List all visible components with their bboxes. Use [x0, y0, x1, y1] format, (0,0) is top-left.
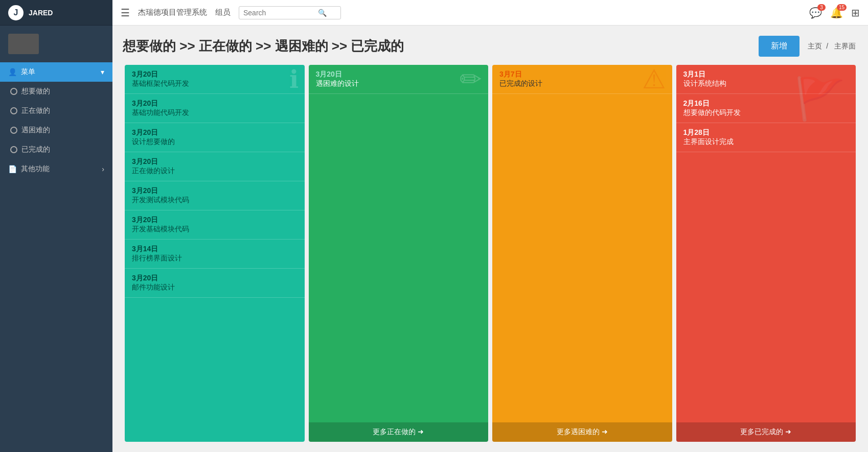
- card-date-cyan-1: 3月20日: [132, 99, 298, 108]
- search-input[interactable]: [243, 9, 315, 17]
- main-area: ☰ 杰瑞德项目管理系统 组员 🔍 💬 3 🔔 15 ⊞ 想要做的 >> 正在做的…: [112, 0, 868, 452]
- page-title: 想要做的 >> 正在做的 >> 遇困难的 >> 已完成的: [123, 37, 404, 55]
- card-title-cyan-1: 基础功能代码开发: [132, 108, 298, 117]
- sidebar: J JARED 👤 菜单 ▾ 想要做的正在做的遇困难的已完成的 📄 其他功能 ›: [0, 0, 112, 452]
- card-date-yellow-0: 3月7日: [499, 70, 665, 79]
- card-cyan-7[interactable]: 3月20日邮件功能设计: [125, 269, 305, 298]
- card-bg-icon-cyan-0: ℹ: [289, 65, 299, 93]
- content-area: 想要做的 >> 正在做的 >> 遇困难的 >> 已完成的 新增 主页 / 主界面…: [112, 26, 868, 452]
- card-date-red-2: 1月28日: [683, 128, 849, 137]
- alerts-badge: 15: [837, 4, 847, 11]
- card-date-red-1: 2月16日: [683, 99, 849, 108]
- sidebar-logo: J: [8, 5, 24, 20]
- alerts-button[interactable]: 🔔 15: [830, 7, 843, 19]
- file-icon: 📄: [8, 165, 17, 173]
- sidebar-item-0[interactable]: 想要做的: [0, 82, 112, 101]
- search-icon: 🔍: [318, 9, 327, 17]
- card-title-cyan-2: 设计想要做的: [132, 137, 298, 147]
- card-date-cyan-3: 3月20日: [132, 157, 298, 166]
- sidebar-item-label-2: 遇困难的: [21, 126, 50, 135]
- page-header-right: 新增 主页 / 主界面: [759, 36, 858, 57]
- sidebar-menu-toggle[interactable]: 👤 菜单 ▾: [0, 62, 112, 82]
- card-date-cyan-5: 3月20日: [132, 216, 298, 225]
- sidebar-dot-0: [10, 88, 17, 95]
- search-box: 🔍: [239, 6, 341, 19]
- kanban-column-red: 3月1日设计系统结构2月16日想要做的代码开发1月28日主界面设计完成🚩更多已完…: [676, 65, 856, 442]
- card-bg-icon-yellow-0: ⚠: [642, 65, 666, 94]
- card-date-green-0: 3月20日: [316, 70, 482, 79]
- card-cyan-6[interactable]: 3月14日排行榜界面设计: [125, 240, 305, 269]
- page-header: 想要做的 >> 正在做的 >> 遇困难的 >> 已完成的 新增 主页 / 主界面: [123, 36, 858, 57]
- topbar: ☰ 杰瑞德项目管理系统 组员 🔍 💬 3 🔔 15 ⊞: [112, 0, 868, 26]
- card-cyan-5[interactable]: 3月20日开发基础模块代码: [125, 210, 305, 240]
- chevron-down-icon: ▾: [101, 68, 104, 76]
- sidebar-avatar: [8, 34, 39, 54]
- card-cyan-0[interactable]: 3月20日基础框架代码开发ℹ: [125, 65, 305, 94]
- card-yellow-0[interactable]: 3月7日已完成的设计⚠: [492, 65, 672, 94]
- sidebar-item-1[interactable]: 正在做的: [0, 101, 112, 121]
- sidebar-header: J JARED: [0, 0, 112, 26]
- card-date-cyan-7: 3月20日: [132, 274, 298, 283]
- card-title-yellow-0: 已完成的设计: [499, 79, 665, 88]
- kanban-column-green: 3月20日遇困难的设计✏更多正在做的 ➜: [309, 65, 489, 442]
- card-title-cyan-0: 基础框架代码开发: [132, 79, 298, 88]
- card-bg-icon-green-0: ✏: [460, 65, 482, 94]
- card-cyan-4[interactable]: 3月20日开发测试模块代码: [125, 181, 305, 210]
- card-title-cyan-6: 排行榜界面设计: [132, 254, 298, 263]
- breadcrumb-current: 主界面: [834, 42, 856, 50]
- card-date-red-0: 3月1日: [683, 70, 849, 79]
- card-date-cyan-4: 3月20日: [132, 186, 298, 196]
- card-red-0[interactable]: 3月1日设计系统结构: [676, 65, 856, 94]
- sidebar-item-label-3: 已完成的: [21, 145, 50, 154]
- card-cyan-3[interactable]: 3月20日正在做的设计: [125, 152, 305, 181]
- members-link[interactable]: 组员: [215, 8, 231, 17]
- sidebar-menu-label: 菜单: [21, 67, 35, 77]
- new-button[interactable]: 新增: [759, 36, 800, 57]
- person-icon: 👤: [8, 68, 17, 76]
- breadcrumb-home[interactable]: 主页: [808, 42, 822, 50]
- more-button-green[interactable]: 更多正在做的 ➜: [309, 422, 489, 442]
- card-title-red-0: 设计系统结构: [683, 79, 849, 88]
- card-date-cyan-6: 3月14日: [132, 245, 298, 254]
- hamburger-menu-button[interactable]: ☰: [121, 7, 130, 19]
- sidebar-item-3[interactable]: 已完成的: [0, 140, 112, 159]
- card-title-green-0: 遇困难的设计: [316, 79, 482, 88]
- card-title-cyan-3: 正在做的设计: [132, 166, 298, 176]
- kanban-column-cyan: 3月20日基础框架代码开发ℹ3月20日基础功能代码开发3月20日设计想要做的3月…: [125, 65, 305, 442]
- card-title-cyan-4: 开发测试模块代码: [132, 196, 298, 205]
- kanban-column-yellow: 3月7日已完成的设计⚠更多遇困难的 ➜: [492, 65, 672, 442]
- sidebar-item-label-1: 正在做的: [21, 106, 50, 115]
- more-button-yellow[interactable]: 更多遇困难的 ➜: [492, 422, 672, 442]
- card-date-cyan-0: 3月20日: [132, 70, 298, 79]
- card-cyan-2[interactable]: 3月20日设计想要做的: [125, 123, 305, 152]
- notifications-button[interactable]: 💬 3: [809, 7, 822, 19]
- card-title-cyan-5: 开发基础模块代码: [132, 225, 298, 234]
- sidebar-dot-1: [10, 107, 17, 114]
- sidebar-dot-2: [10, 127, 17, 134]
- topbar-icons: 💬 3 🔔 15 ⊞: [809, 7, 860, 19]
- sidebar-avatar-area: [0, 26, 112, 62]
- kanban-board: 3月20日基础框架代码开发ℹ3月20日基础功能代码开发3月20日设计想要做的3月…: [123, 65, 858, 442]
- card-green-0[interactable]: 3月20日遇困难的设计✏: [309, 65, 489, 94]
- card-red-1[interactable]: 2月16日想要做的代码开发: [676, 94, 856, 123]
- sidebar-item-label-0: 想要做的: [21, 87, 50, 96]
- card-title-cyan-7: 邮件功能设计: [132, 283, 298, 292]
- breadcrumb-separator: /: [826, 42, 830, 50]
- notifications-badge: 3: [817, 4, 826, 11]
- sidebar-item-2[interactable]: 遇困难的: [0, 121, 112, 140]
- card-title-red-2: 主界面设计完成: [683, 137, 849, 147]
- sidebar-dot-3: [10, 146, 17, 153]
- card-red-2[interactable]: 1月28日主界面设计完成: [676, 123, 856, 152]
- sidebar-other-functions[interactable]: 📄 其他功能 ›: [0, 159, 112, 179]
- grid-view-button[interactable]: ⊞: [851, 7, 860, 19]
- breadcrumb: 主页 / 主界面: [808, 42, 858, 51]
- card-cyan-1[interactable]: 3月20日基础功能代码开发: [125, 94, 305, 123]
- more-button-red[interactable]: 更多已完成的 ➜: [676, 422, 856, 442]
- card-title-red-1: 想要做的代码开发: [683, 108, 849, 117]
- sidebar-other-label: 其他功能: [21, 164, 50, 174]
- card-date-cyan-2: 3月20日: [132, 128, 298, 137]
- app-title: 杰瑞德项目管理系统: [138, 8, 207, 17]
- chevron-right-icon: ›: [102, 165, 104, 173]
- sidebar-username: JARED: [29, 9, 53, 17]
